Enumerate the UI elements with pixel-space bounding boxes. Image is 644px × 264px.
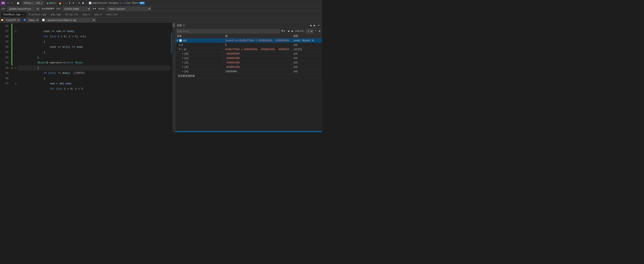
debug-config-dropdown[interactable]: Debug ▾ <box>22 1 34 5</box>
fold-27[interactable]: ⊟ <box>14 29 18 34</box>
redo-button[interactable]: ↪ <box>10 0 14 6</box>
tab-yhph[interactable]: yhp.h <box>92 12 104 17</box>
expand-ar-icon[interactable]: ▼ <box>178 48 181 50</box>
gutter-29 <box>10 39 14 44</box>
watch-prev-result[interactable]: ◀ <box>287 29 290 34</box>
class-breadcrumb-dropdown[interactable]: Object <box>27 18 39 22</box>
tab-recttxt[interactable]: rect.txt <box>104 12 120 17</box>
liveshare-icon: ▶ <box>123 2 124 4</box>
debug-toolbar: 进程: [20364] TulunCPP.exe 生命周期事件 线程: [246… <box>0 6 322 12</box>
watch-add-text: 添加要监视的项 <box>178 74 194 78</box>
watch-panel: 监视 1 ◀ ▶ ✕ 🔍▾ ◀ ▶ 搜索深度: 3 ᴵᵀ ⊞ 名称 值 类型 <box>175 23 322 132</box>
watch-title: 监视 1 <box>177 24 184 27</box>
code-content[interactable]: cout << num << endl; for (int i = 0; i <… <box>18 23 171 132</box>
watch-row-num[interactable]: num 5 int <box>175 43 322 47</box>
save-button[interactable]: 💾 <box>16 0 20 6</box>
watch-cell-0-value: -858993460 <box>224 52 292 55</box>
liveshare-area[interactable]: ▶ Live Share EXP <box>123 2 145 4</box>
separator-5 <box>76 1 76 5</box>
fold-29 <box>14 39 18 44</box>
watch-columns-btn[interactable]: ⊞ <box>318 29 321 34</box>
fold-37[interactable]: ⊟ <box>14 81 18 86</box>
process-label: 进程: <box>1 7 7 10</box>
tab-testmain-label: TestMain.cpp <box>3 13 20 16</box>
watch-add-row[interactable]: 添加要监视的项 <box>175 74 322 78</box>
watch-close-button[interactable]: ✕ <box>317 23 320 28</box>
watch-row-3[interactable]: • [3] -858993460 int <box>175 65 322 70</box>
watch-cell-4-name: • [4] <box>175 70 224 73</box>
search-depth-label: 搜索深度: <box>295 30 305 32</box>
watch-search-icon[interactable]: 🔍▾ <box>280 29 286 34</box>
tab-recttxt-label: rect.txt <box>106 13 118 16</box>
fold-34[interactable]: ⊟ <box>14 66 18 71</box>
undo-button[interactable]: ↩ <box>6 0 10 6</box>
watch-cell-ar-type: int[5] <box>292 48 322 51</box>
step-out-button[interactable]: ⬆ <box>72 0 75 6</box>
method-breadcrumb-dropdown[interactable]: operator=(const Object & obj) <box>46 18 96 22</box>
ar-type-icon: ∿ <box>182 48 183 51</box>
fold-35 <box>14 71 18 76</box>
thread-dropdown[interactable]: [24636] 主线程 <box>62 7 91 11</box>
line-numbers: 26 27 28 29 30 31 32 33 34 35 36 37 <box>0 23 10 132</box>
watch-row-0[interactable]: • [0] -858993460 int <box>175 52 322 56</box>
watch-format-btn[interactable]: ᴵᵀ <box>314 29 317 34</box>
code-editor[interactable]: 26 27 28 29 30 31 32 33 34 35 36 37 ⇒ <box>0 23 175 132</box>
gutter-28 <box>10 34 14 39</box>
breadcrumb-bar: 📁 TulunCPP › 🔷 Object › ⬜ operator=(cons… <box>0 18 322 23</box>
stack-dropdown[interactable]: Object::operator= <box>107 7 151 11</box>
watch-col-type: 类型 <box>292 34 322 38</box>
app-insights-area: 📊 Application Insights ▾ <box>89 2 121 4</box>
code-line-34: if (this != &obj) 已用时间· <box>18 66 171 71</box>
tab-arraytxt[interactable]: Array.txt <box>63 12 80 17</box>
step-over-button[interactable]: ⤵ <box>64 0 68 6</box>
minimap <box>171 23 172 132</box>
gutter-32 <box>10 55 14 60</box>
editor-area: 26 27 28 29 30 31 32 33 34 35 36 37 ⇒ <box>0 23 322 132</box>
tab-yhpcpp[interactable]: yhp.cpp <box>48 12 63 17</box>
hot-reload-button[interactable]: 🔥 <box>58 0 62 6</box>
watch-footer <box>175 131 322 132</box>
project-icon: 📁 <box>1 19 4 21</box>
watch-row-ar[interactable]: ▼ ∿ ar 0x00cff6d4 (-858993460, -85899346… <box>175 47 322 52</box>
process-dropdown[interactable]: [20364] TulunCPP.exe <box>8 7 40 11</box>
fold-30 <box>14 44 18 50</box>
filter-button[interactable]: ⬇▼ <box>92 6 97 11</box>
project-breadcrumb-dropdown[interactable]: TulunCPP <box>4 18 20 22</box>
app-insights-icon: 📊 <box>89 2 92 4</box>
watch-row-obj[interactable]: ▼ ⬜ obj {num=5 ar=0x00cff6d4 (-858993460… <box>175 38 322 43</box>
dot-1-icon: • <box>182 57 184 60</box>
watch-nav-prev[interactable]: ◀ <box>309 23 312 28</box>
stop-button[interactable]: ⏹ <box>81 0 85 6</box>
expand-obj-icon[interactable]: ▼ <box>176 40 178 42</box>
obj-type-icon: ⬜ <box>179 39 182 42</box>
watch-cell-num-type: int <box>292 44 322 46</box>
watch-search-input[interactable] <box>176 29 280 33</box>
gutter-26 <box>10 24 14 29</box>
watch-4-label: [4] <box>184 70 189 73</box>
gutter-27 <box>10 29 14 34</box>
tab-yhpi[interactable]: yhp.i <box>80 12 92 17</box>
watch-2-label: [2] <box>184 61 189 64</box>
watch-nav-next[interactable]: ▶ <box>313 23 316 28</box>
arch-dropdown[interactable]: x86 ▾ <box>34 1 44 5</box>
stack-label: 堆栈帧: <box>98 7 106 10</box>
editor-scrollbar[interactable] <box>172 23 175 132</box>
tab-filetest[interactable]: FileTest.cpp <box>26 12 48 17</box>
tab-testmain[interactable]: TestMain.cpp ✕ <box>1 12 26 17</box>
vs-logo-icon: VS <box>1 1 5 5</box>
collapse-34-icon: ⊟ <box>14 67 17 69</box>
watch-row-1[interactable]: • [1] -858993460 int <box>175 56 322 60</box>
search-depth-dropdown[interactable]: 3 <box>306 29 313 33</box>
tab-filetest-label: FileTest.cpp <box>29 13 46 16</box>
watch-cell-num-name: num <box>175 44 224 46</box>
watch-obj-label: obj <box>182 39 187 42</box>
restart-button[interactable]: ↺ <box>77 0 81 6</box>
step-into-button[interactable]: ⬇ <box>68 0 71 6</box>
continue-button[interactable]: ▶ 继续(C) <box>46 1 58 5</box>
watch-row-2[interactable]: • [2] -858993460 int <box>175 60 322 65</box>
fold-32 <box>14 55 18 60</box>
tab-testmain-close[interactable]: ✕ <box>22 13 24 16</box>
lifecycle-events-button[interactable]: 生命周期事件 <box>40 6 55 11</box>
watch-next-result[interactable]: ▶ <box>291 29 294 34</box>
watch-row-4[interactable]: • [4] 13629384 int <box>175 70 322 74</box>
